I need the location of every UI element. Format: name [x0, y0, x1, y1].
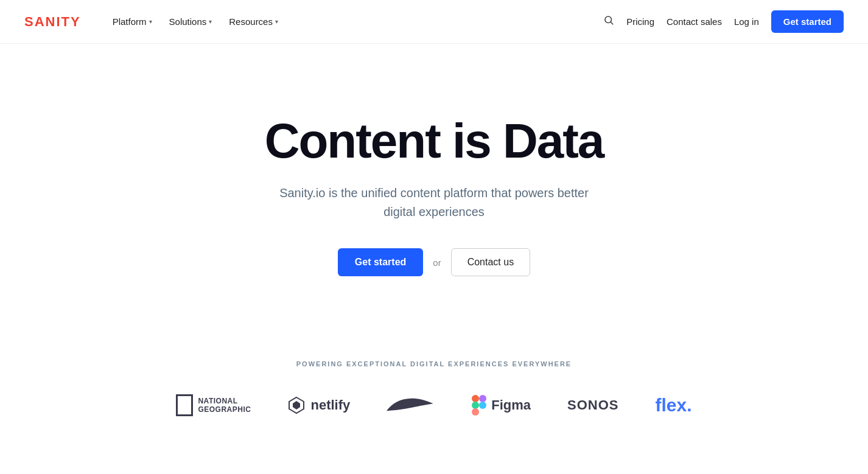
hero-or-text: or [433, 257, 441, 268]
logo[interactable]: SANITY [24, 14, 81, 30]
svg-rect-7 [472, 408, 479, 416]
navbar: SANITY Platform ▾ Solutions ▾ Resources … [0, 0, 868, 44]
logo-figma: Figma [472, 395, 531, 416]
svg-rect-6 [472, 402, 479, 409]
chevron-down-icon: ▾ [149, 18, 152, 25]
logo-netlify: netlify [287, 396, 350, 414]
svg-rect-4 [472, 395, 479, 402]
flex-dot: . [687, 395, 691, 415]
svg-line-1 [611, 22, 613, 24]
logo-flex: flex. [656, 395, 692, 416]
hero-subtitle: Sanity.io is the unified content platfor… [270, 184, 598, 221]
svg-point-8 [479, 402, 486, 409]
logo-nike [387, 395, 435, 416]
nav-get-started-button[interactable]: Get started [771, 10, 844, 33]
nav-right: Pricing Contact sales Log in Get started [603, 10, 844, 33]
hero-section: Content is Data Sanity.io is the unified… [0, 44, 868, 336]
nav-resources[interactable]: Resources ▾ [222, 12, 285, 32]
nav-solutions[interactable]: Solutions ▾ [162, 12, 220, 32]
chevron-down-icon: ▾ [209, 18, 212, 25]
netlify-icon [287, 396, 306, 414]
svg-rect-5 [479, 395, 486, 402]
nav-pricing[interactable]: Pricing [626, 16, 654, 27]
nav-links: Platform ▾ Solutions ▾ Resources ▾ [105, 12, 603, 32]
nav-platform[interactable]: Platform ▾ [105, 12, 159, 32]
nike-swoosh-icon [387, 395, 435, 416]
search-icon[interactable] [603, 15, 614, 29]
natgeo-box-icon [176, 394, 193, 416]
hero-get-started-button[interactable]: Get started [338, 248, 423, 276]
logo-national-geographic: NATIONALGEOGRAPHIC [176, 394, 251, 416]
hero-contact-us-button[interactable]: Contact us [451, 248, 530, 276]
logos-section: POWERING EXCEPTIONAL DIGITAL EXPERIENCES… [0, 336, 868, 453]
logos-row: NATIONALGEOGRAPHIC netlify [24, 394, 844, 416]
chevron-down-icon: ▾ [275, 18, 278, 25]
hero-title: Content is Data [265, 116, 604, 167]
nav-contact-sales[interactable]: Contact sales [667, 16, 722, 27]
logos-tagline: POWERING EXCEPTIONAL DIGITAL EXPERIENCES… [24, 360, 844, 368]
figma-icon [472, 395, 486, 416]
hero-cta: Get started or Contact us [338, 248, 530, 276]
svg-marker-3 [293, 401, 300, 410]
nav-log-in[interactable]: Log in [734, 16, 759, 27]
logo-sonos: SONOS [567, 397, 618, 413]
